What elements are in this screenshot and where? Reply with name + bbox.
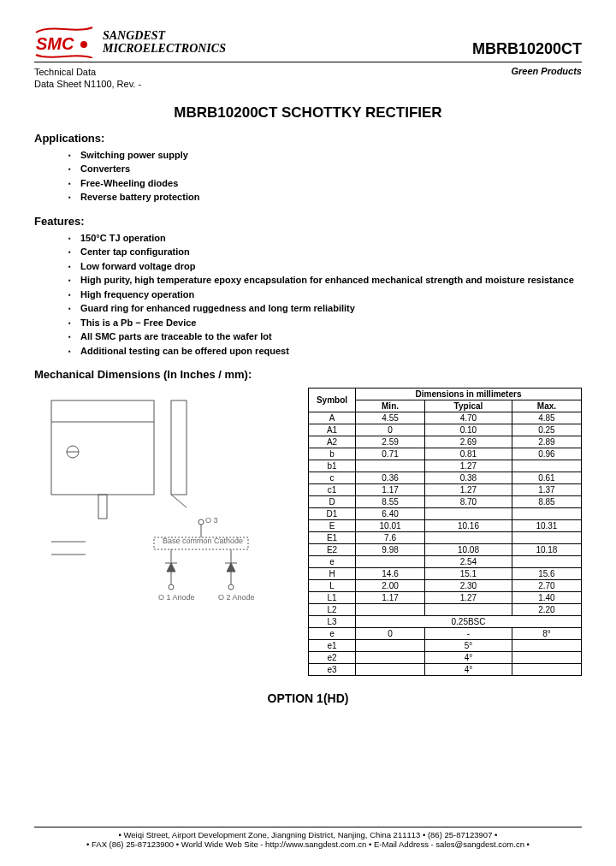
svg-rect-2	[51, 400, 154, 495]
company-line2: MICROELECTRONICS	[103, 42, 226, 55]
table-row: b0.710.810.96	[309, 448, 582, 460]
applications-head: Applications:	[34, 132, 582, 145]
dimensions-table: Symbol Dimensions in millimeters Min. Ty…	[308, 388, 582, 676]
features-head: Features:	[34, 215, 582, 228]
table-row: D8.558.708.85	[309, 496, 582, 508]
list-item: Center tap configuration	[68, 245, 582, 259]
table-row: E17.6	[309, 532, 582, 544]
list-item: This is a Pb − Free Device	[68, 316, 582, 330]
svg-point-13	[198, 519, 204, 525]
svg-rect-7	[171, 400, 187, 495]
datasheet-rev: Data Sheet N1100, Rev. -	[34, 78, 141, 90]
green-products: Green Products	[511, 66, 582, 91]
mech-drawing: Base common Cathode O 3 O 1 Anode O 2 An…	[34, 388, 299, 612]
company-logo: SMC	[34, 26, 94, 58]
schematic-pin2: O 2 Anode	[218, 593, 255, 602]
table-row: L30.25BSC	[309, 616, 582, 628]
table-row: e0-8°	[309, 628, 582, 640]
th-min: Min.	[356, 400, 425, 412]
table-row: A4.554.704.85	[309, 412, 582, 424]
svg-line-8	[171, 495, 187, 507]
table-row: c11.171.271.37	[309, 484, 582, 496]
table-row: c0.360.380.61	[309, 472, 582, 484]
mech-head: Mechanical Dimensions (In Inches / mm):	[34, 368, 582, 381]
table-row: L11.171.271.40	[309, 592, 582, 604]
schematic-pin1: O 1 Anode	[158, 593, 195, 602]
table-row: e15°	[309, 640, 582, 652]
svg-marker-18	[227, 563, 235, 572]
table-row: A22.592.692.89	[309, 436, 582, 448]
footer-line1: • Weiqi Street, Airport Development Zone…	[34, 830, 582, 839]
list-item: High frequency operation	[68, 288, 582, 302]
svg-text:SMC: SMC	[36, 34, 74, 53]
header: SMC SANGDEST MICROELECTRONICS MBRB10200C…	[34, 26, 582, 58]
table-row: L22.20	[309, 604, 582, 616]
list-item: Free-Wheeling diodes	[68, 176, 582, 191]
option-label: OPTION 1(HD)	[34, 691, 582, 705]
logo-block: SMC SANGDEST MICROELECTRONICS	[34, 26, 226, 58]
list-item: High purity, high temperature epoxy enca…	[68, 273, 582, 288]
mech-row: Base common Cathode O 3 O 1 Anode O 2 An…	[34, 388, 582, 676]
table-row: E29.9810.0810.18	[309, 544, 582, 556]
list-item: Additional testing can be offered upon r…	[68, 344, 582, 359]
list-item: Converters	[68, 162, 582, 176]
header-rule	[34, 62, 582, 62]
list-item: Reverse battery protection	[68, 190, 582, 205]
technical-data: Technical Data	[34, 66, 141, 78]
subhead-left: Technical Data Data Sheet N1100, Rev. -	[34, 66, 141, 91]
table-row: e2.54	[309, 556, 582, 568]
list-item: 150°C TJ operation	[68, 231, 582, 246]
table-row: L2.002.302.70	[309, 580, 582, 592]
table-row: b11.27	[309, 460, 582, 472]
part-number: MBRB10200CT	[472, 28, 582, 58]
svg-rect-6	[98, 495, 107, 519]
th-max: Max.	[512, 400, 581, 412]
footer-line2: • FAX (86) 25-87123900 • World Wide Web …	[34, 839, 582, 849]
table-row: D16.40	[309, 508, 582, 520]
schematic-base-label: Base common Cathode	[163, 537, 243, 545]
svg-point-20	[169, 584, 174, 590]
list-item: All SMC parts are traceable to the wafer…	[68, 329, 582, 344]
list-item: Switching power supply	[68, 148, 582, 163]
applications-list: Switching power supply Converters Free-W…	[68, 148, 582, 205]
th-dim: Dimensions in millimeters	[356, 389, 582, 400]
page-title: MBRB10200CT SCHOTTKY RECTIFIER	[34, 104, 582, 122]
svg-point-21	[228, 584, 234, 590]
table-row: e34°	[309, 664, 582, 676]
svg-point-1	[80, 41, 87, 48]
footer: • Weiqi Street, Airport Development Zone…	[34, 827, 582, 849]
schematic-pin3: O 3	[205, 516, 218, 525]
table-row: E10.0110.1610.31	[309, 520, 582, 532]
features-list: 150°C TJ operation Center tap configurat…	[68, 231, 582, 359]
list-item: Low forward voltage drop	[68, 259, 582, 274]
table-row: H14.615.115.6	[309, 568, 582, 580]
table-row: A100.100.25	[309, 424, 582, 436]
subhead: Technical Data Data Sheet N1100, Rev. - …	[34, 66, 582, 91]
th-typ: Typical	[425, 400, 512, 412]
table-row: e24°	[309, 652, 582, 664]
svg-marker-16	[167, 563, 175, 572]
th-symbol: Symbol	[309, 389, 356, 412]
company-line1: SANGDEST	[103, 29, 226, 42]
company-name: SANGDEST MICROELECTRONICS	[103, 29, 226, 56]
list-item: Guard ring for enhanced ruggedness and l…	[68, 301, 582, 316]
